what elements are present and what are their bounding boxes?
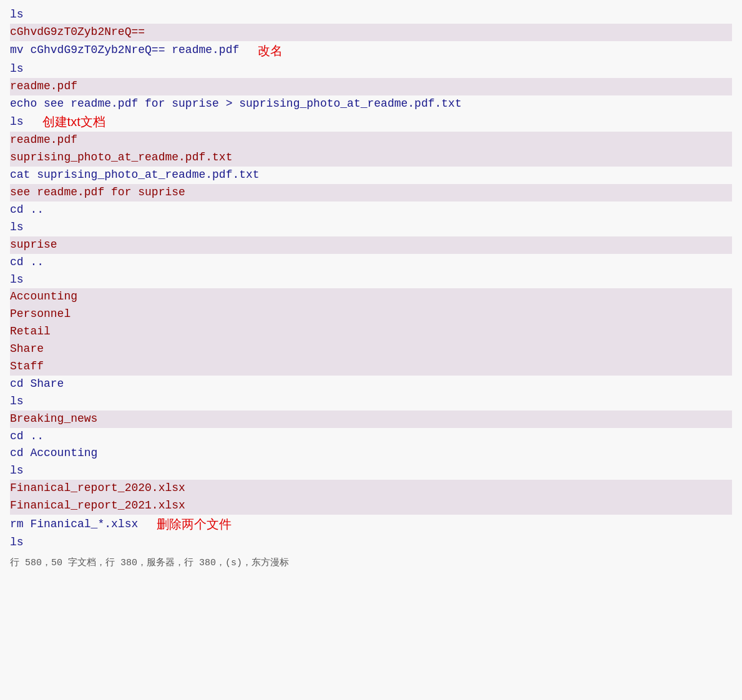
terminal-annotation-text: 改名 [258,41,283,61]
terminal-output-line: suprising_photo_at_readme.pdf.txt [10,149,732,167]
terminal-cmd-text: rm Finanical_*.xlsx [10,516,138,533]
terminal-annotation-text: 删除两个文件 [157,515,232,534]
terminal-annotated-line: ls创建txt文档 [10,112,732,132]
terminal-line: ls [10,219,732,236]
terminal-output-line: cGhvdG9zT0Zyb2NreQ== [10,24,732,41]
terminal-output-line: Personnel [10,306,732,323]
terminal-output: lscGhvdG9zT0Zyb2NreQ==mv cGhvdG9zT0Zyb2N… [10,6,732,552]
terminal-output-line: Retail [10,323,732,341]
terminal-output-line: Share [10,341,732,358]
terminal-line: ls [10,61,732,78]
terminal-output-line: Breaking_news [10,411,732,428]
terminal-output-line: Staff [10,358,732,376]
terminal-output-line: readme.pdf [10,132,732,149]
terminal-line: ls [10,462,732,480]
terminal-annotation-text: 创建txt文档 [42,112,105,132]
terminal-output-line: suprise [10,236,732,254]
terminal-line: ls [10,271,732,289]
terminal-line: ls [10,534,732,552]
terminal-output-line: Finanical_report_2020.xlsx [10,480,732,497]
terminal-line: echo see readme.pdf for suprise > supris… [10,95,732,113]
terminal-line: cd Share [10,376,732,393]
status-bar: 行 580，50 字文档，行 380，服务器，行 380，(s)，东方漫标 [10,557,732,568]
terminal-output-line: readme.pdf [10,78,732,95]
terminal-cmd-text: mv cGhvdG9zT0Zyb2NreQ== readme.pdf [10,42,239,59]
terminal-output-line: Finanical_report_2021.xlsx [10,497,732,515]
terminal-line: cd .. [10,202,732,219]
terminal-output-line: Accounting [10,288,732,306]
terminal-annotated-line: rm Finanical_*.xlsx删除两个文件 [10,515,732,534]
terminal-cmd-text: ls [10,114,24,131]
terminal-annotated-line: mv cGhvdG9zT0Zyb2NreQ== readme.pdf改名 [10,41,732,61]
terminal-line: cd Accounting [10,445,732,462]
terminal-line: cd .. [10,428,732,445]
terminal-line: cat suprising_photo_at_readme.pdf.txt [10,167,732,184]
terminal-line: ls [10,6,732,24]
terminal-output-line: see readme.pdf for suprise [10,184,732,202]
terminal-line: cd .. [10,254,732,271]
terminal-line: ls [10,393,732,411]
